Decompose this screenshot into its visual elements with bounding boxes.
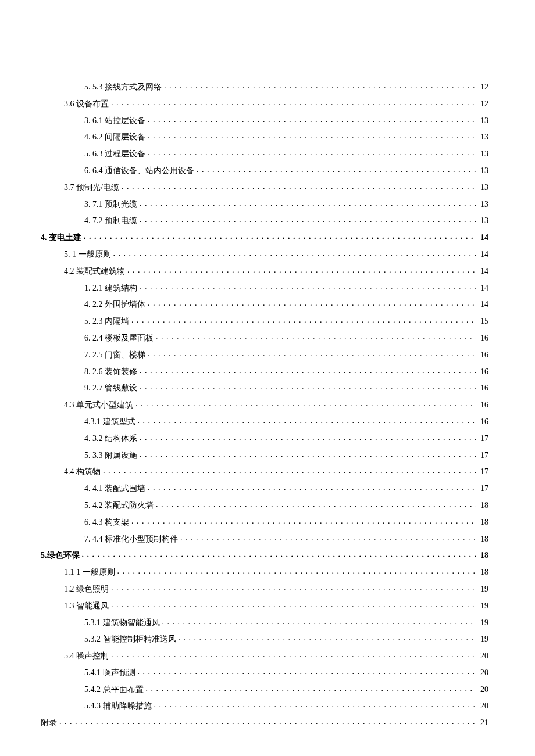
toc-label: 4.2 装配式建筑物 [64,267,125,277]
toc-page-number: 16 [478,367,488,377]
toc-label: 4. 7.2 预制电缆 [84,216,137,226]
toc-label: 5.4 噪声控制 [64,651,109,661]
toc-leader-dots [135,399,476,407]
toc-page-number: 12 [478,83,488,92]
toc-label: 4. 4.1 装配式围墙 [84,484,145,494]
toc-leader-dots [117,567,476,575]
toc-label: 3. 6.1 站控层设备 [84,116,145,126]
toc-leader-dots [162,617,476,625]
toc-entry: 7. 4.4 标准化小型预制构件18 [41,533,488,544]
toc-leader-dots [140,433,476,441]
toc-label: 1. 2.1 建筑结构 [84,284,137,293]
toc-page-number: 13 [478,166,488,176]
toc-entry: 3.7 预制光/电缆13 [41,182,488,193]
toc-entry: 5. 4.2 装配式防火墙18 [41,500,488,511]
toc-label: 1.3 智能通风 [64,601,109,611]
toc-leader-dots [140,199,476,207]
toc-entry: 5. 6.3 过程层设备13 [41,148,488,159]
toc-page-number: 19 [478,601,488,611]
toc-page-number: 12 [478,99,488,109]
toc-leader-dots [59,717,476,725]
toc-label: 4. 2.2 外围护墙体 [84,300,145,310]
toc-label: 5. 3.3 附属设施 [84,451,137,461]
toc-page-number: 14 [478,267,488,277]
toc-page-number: 13 [478,216,488,226]
toc-label: 6. 2.4 楼板及屋面板 [84,334,154,343]
toc-entry: 5. 1 一般原则14 [41,249,488,260]
toc-leader-dots [154,700,476,708]
toc-leader-dots [103,466,476,474]
toc-leader-dots [148,483,476,491]
toc-label: 5.3.2 智能控制柜精准送风 [84,635,176,644]
toc-leader-dots [111,650,476,658]
toc-entry: 1.1 1 一般原则18 [41,567,488,578]
toc-page-number: 16 [478,334,488,343]
toc-entry: 附录21 [41,717,488,728]
toc-leader-dots [131,316,476,324]
toc-entry: 4. 变电土建14 [41,232,488,243]
toc-leader-dots [111,600,476,608]
toc-page-number: 18 [478,535,488,544]
toc-label: 3. 7.1 预制光缆 [84,200,137,210]
toc-page-number: 13 [478,132,488,142]
toc-label: 7. 2.5 门窗、楼梯 [84,350,145,360]
toc-page-number: 21 [478,718,488,728]
toc-page-number: 14 [478,250,488,260]
toc-page-number: 13 [478,116,488,126]
toc-label: 5.4.3 辅助降噪措施 [84,701,152,711]
toc-leader-dots [111,98,476,106]
toc-entry: 5.4.2 总平面布置20 [41,684,488,695]
toc-leader-dots [113,249,476,257]
toc-label: 4.3.1 建筑型式 [84,417,135,427]
toc-leader-dots [197,165,476,173]
toc-entry: 1. 2.1 建筑结构14 [41,282,488,293]
toc-page: 5. 5.3 接线方式及网络123.6 设备布置123. 6.1 站控层设备13… [0,0,535,756]
toc-entry: 6. 2.4 楼板及屋面板16 [41,332,488,343]
toc-leader-dots [84,232,476,240]
toc-leader-dots [179,633,476,642]
toc-page-number: 20 [478,685,488,695]
toc-label: 3.7 预制光/电缆 [64,183,119,193]
toc-label: 附录 [41,718,57,728]
toc-entry: 3. 6.1 站控层设备13 [41,115,488,126]
toc-label: 1.2 绿色照明 [64,585,109,594]
toc-page-number: 18 [478,551,488,561]
toc-page-number: 20 [478,701,488,711]
toc-leader-dots [127,266,476,274]
toc-label: 8. 2.6 装饰装修 [84,367,137,377]
toc-label: 5.3.1 建筑物智能通风 [84,618,160,628]
toc-entry: 4. 3.2 结构体系17 [41,433,488,444]
toc-label: 6. 6.4 通信设备、站内公用设备 [84,166,194,176]
toc-leader-dots [146,684,476,692]
toc-entry: 3.6 设备布置12 [41,98,488,109]
toc-page-number: 13 [478,183,488,193]
toc-page-number: 18 [478,501,488,511]
toc-label: 6. 4.3 构支架 [84,518,129,528]
toc-page-number: 19 [478,585,488,594]
toc-leader-dots [148,115,476,123]
toc-page-number: 17 [478,467,488,477]
toc-leader-dots [140,366,476,374]
toc-label: 5. 4.2 装配式防火墙 [84,501,154,511]
toc-leader-dots [148,349,476,357]
toc-page-number: 16 [478,417,488,427]
toc-entry: 5.绿色环保18 [41,550,488,561]
toc-entry: 5.4.3 辅助降噪措施20 [41,700,488,711]
toc-entry: 4.3.1 建筑型式16 [41,416,488,427]
toc-page-number: 18 [478,568,488,578]
toc-leader-dots [122,182,476,190]
toc-leader-dots [140,282,476,291]
toc-leader-dots [138,667,476,675]
toc-page-number: 16 [478,400,488,410]
toc-page-number: 13 [478,149,488,159]
toc-label: 4. 3.2 结构体系 [84,434,137,444]
toc-entry: 5.4.1 噪声预测20 [41,667,488,678]
toc-entry: 5.4 噪声控制20 [41,650,488,661]
toc-entry: 7. 2.5 门窗、楼梯16 [41,349,488,360]
toc-page-number: 14 [478,300,488,310]
toc-page-number: 16 [478,384,488,393]
toc-page-number: 17 [478,434,488,444]
toc-label: 4. 6.2 间隔层设备 [84,132,145,142]
toc-leader-dots [156,500,476,508]
toc-page-number: 13 [478,200,488,210]
